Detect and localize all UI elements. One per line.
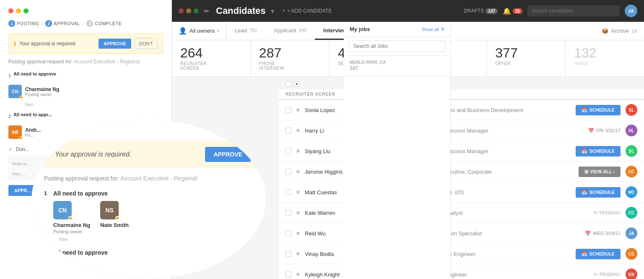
tab-applicant[interactable]: Applicant 440 (265, 22, 315, 40)
calendar-icon: 📅 (582, 251, 587, 257)
title-dropdown-arrow[interactable]: ▾ (271, 7, 274, 15)
tab-archive-label: Archive (611, 28, 629, 34)
mag-posting-title: Posting approval request for: Account Ex… (44, 175, 266, 182)
step-num-1: 1 (8, 20, 15, 27)
my-jobs-label: My jobs (350, 26, 370, 32)
approve-button[interactable]: APPROVE (99, 39, 131, 49)
nav-close-dot[interactable] (179, 8, 184, 13)
row-checkbox[interactable] (286, 210, 291, 216)
row-checkbox[interactable] (286, 230, 291, 236)
dropdown-checkbox[interactable]: ▾ (294, 81, 300, 87)
row-checkbox[interactable] (286, 169, 291, 175)
window-controls (8, 8, 163, 13)
mag-avatar-status (68, 216, 73, 220)
nav-minimize-dot[interactable] (186, 8, 191, 13)
row-checkbox[interactable] (286, 271, 291, 277)
archive-icon: 📦 (602, 28, 608, 34)
stat-num-phone: 287 (259, 46, 321, 60)
candidate-row: Harry Li Quora Customer Success Manager … (279, 120, 644, 141)
row-checkbox[interactable] (286, 107, 291, 113)
schedule-button[interactable]: 📅 SCHEDULE (576, 105, 621, 115)
sort-icon: ⇅ (441, 26, 444, 32)
close-dot[interactable] (8, 8, 13, 13)
job-location: MENLO PARK, CA (350, 60, 444, 65)
edit-icon: ✏ (204, 7, 209, 15)
steps-bar: 1 POSTING › 2 APPROVAL › 3 COMPLETE (8, 20, 163, 27)
approval-banner: ℹ Your approval is required. APPROVE DON… (8, 34, 163, 54)
tab-interview-label: Interview (323, 27, 347, 34)
nav-maximize-dot[interactable] (194, 8, 199, 13)
row-checkbox[interactable] (286, 148, 291, 154)
section-title: RECRUITER SCREEN (279, 89, 644, 100)
row-checkbox[interactable] (286, 189, 291, 195)
tab-lead[interactable]: Lead 781 (226, 22, 265, 40)
select-all-checkbox[interactable] (286, 81, 291, 87)
mag-person-cn: CN Charmaine Ng Posting owner (53, 201, 90, 234)
candidate-avatar: MC (626, 186, 637, 198)
mag-avatar-status-2 (115, 216, 119, 220)
job-item-menlo[interactable]: MENLO PARK, CA 347 (344, 56, 450, 76)
schedule-button[interactable]: 📅 SCHEDULE (576, 249, 621, 259)
job-search-input[interactable] (349, 40, 445, 52)
step-label-complete: COMPLETE (95, 21, 122, 26)
step-approval[interactable]: 2 APPROVAL (45, 20, 80, 27)
pending-label: ⟲ PENDING (593, 209, 621, 217)
stat-offer[interactable]: 377 OFFER (487, 40, 566, 76)
step-complete[interactable]: 3 COMPLETE (86, 20, 122, 27)
grid-icon: ⊞ (584, 169, 588, 175)
tab-archive[interactable]: 📦 Archive 1K (595, 22, 644, 40)
candidate-action: ⟲ PENDING (593, 270, 621, 279)
app-title: Candidates (216, 5, 266, 16)
candidate-action: 📅 WED 3/29/17 (585, 229, 621, 238)
notification-bell[interactable]: 🔔 36 (503, 7, 522, 15)
then-label: then (25, 102, 163, 107)
view-all-button[interactable]: ⊞ VIEW ALL › (579, 167, 621, 177)
candidate-action: 📅 FRI 3/31/17 (588, 126, 621, 135)
row-checkbox[interactable] (286, 128, 291, 133)
status-dot (296, 211, 300, 214)
owner-filter[interactable]: 👤 All owners ▾ (172, 22, 226, 40)
tab-archive-count: 1K (632, 29, 637, 34)
approver-card-1: CN Charmaine Ng Posting owner (8, 82, 163, 101)
mag-person-name-2: Nate Smith (100, 222, 129, 228)
candidate-row: Kate Warren Bugsnag Marketing Analyst ⟲ … (279, 203, 644, 223)
minimize-dot[interactable] (16, 8, 21, 13)
row-checkbox[interactable] (286, 251, 291, 257)
stat-num-hired: 132 (574, 46, 636, 60)
status-dot (296, 190, 300, 194)
drafts-badge: DRAFTS 147 (464, 8, 498, 14)
dont-button[interactable]: DON'T (135, 38, 158, 49)
status-dot (296, 252, 300, 256)
step-posting[interactable]: 1 POSTING (8, 20, 39, 27)
candidate-avatar: CC (626, 248, 637, 260)
schedule-button[interactable]: 📅 SCHEDULE (576, 146, 621, 156)
section1-label: All need to approve (13, 71, 56, 76)
step-label-posting: POSTING (17, 21, 39, 26)
calendar-icon: 📅 (582, 107, 587, 113)
show-all-button[interactable]: Show all ⇅ (421, 26, 444, 32)
date-label: 📅 FRI 3/31/17 (588, 126, 621, 135)
stat-recruiter-screen[interactable]: 264 RECRUITERSCREEN (172, 40, 251, 76)
mag-person-ns: NS Nate Smith (100, 201, 129, 228)
top-nav: ✏ Candidates ▾ + + ADD CANDIDATE DRAFTS … (172, 0, 644, 22)
candidate-row: Sonia Lopez Eventbrite Director, Sales a… (279, 100, 644, 120)
candidate-action: 📅 SCHEDULE (576, 146, 621, 156)
candidate-row: Jerome Higgins Yelp Account Executive, C… (279, 162, 644, 182)
stat-phone-interview[interactable]: 287 PHONEINTERVIEW (251, 40, 330, 76)
tab-lead-count: 781 (249, 28, 257, 33)
search-input[interactable] (527, 5, 620, 16)
person-name-1: Charmaine Ng (25, 86, 59, 92)
approver-section-1: 1 All need to approve CN Charmaine Ng Po… (8, 71, 163, 107)
status-dot (296, 232, 300, 235)
candidate-action: ⊞ VIEW ALL › (579, 167, 621, 177)
mag-approvers-row: CN Charmaine Ng Posting owner NS Nate Sm… (53, 201, 129, 234)
status-dot (296, 149, 300, 153)
mag-section1-label: All need to approve (53, 190, 129, 197)
candidate-row: Vinay Bodla Meteor Data Science Engineer… (279, 244, 644, 264)
avatar-cn: CN (8, 85, 22, 98)
schedule-button[interactable]: 📅 SCHEDULE (576, 187, 621, 198)
stat-hired[interactable]: 132 HIRED (566, 40, 644, 76)
maximize-dot[interactable] (23, 8, 29, 13)
add-candidate-button[interactable]: + + ADD CANDIDATE (283, 8, 332, 14)
mag-approval-banner: Your approval is required. APPROVE DON (44, 141, 266, 168)
